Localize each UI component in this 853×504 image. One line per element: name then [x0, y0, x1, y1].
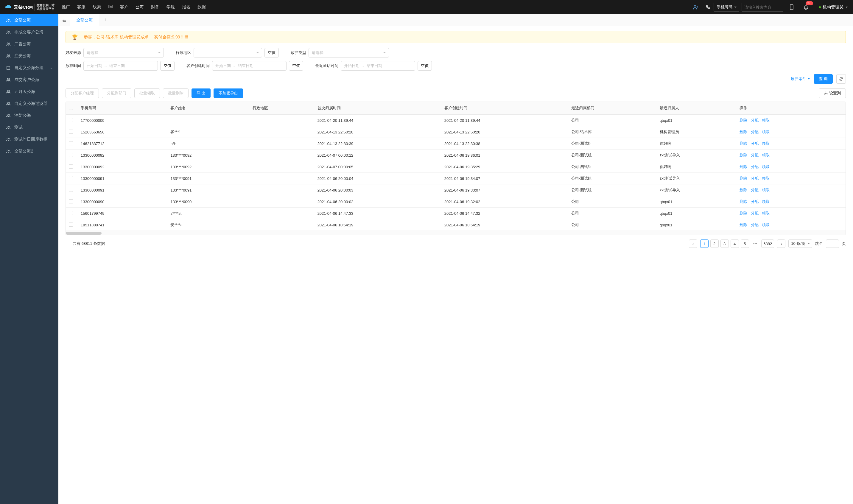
- op-assign[interactable]: 分配: [751, 141, 759, 146]
- op-claim[interactable]: 领取: [762, 118, 769, 122]
- user-menu[interactable]: 机构管理员 ▼: [819, 4, 848, 10]
- assign-dept-button[interactable]: 分配到部门: [102, 88, 131, 98]
- nav-item-公海[interactable]: 公海: [135, 3, 144, 11]
- tabs-collapse-icon[interactable]: [58, 14, 70, 26]
- page-2[interactable]: 2: [710, 239, 719, 248]
- sidebar-item-1[interactable]: 非成交客户公海: [0, 26, 58, 38]
- abandon-time-null-button[interactable]: 空值: [160, 61, 175, 71]
- table-row[interactable]: 14621837712h*h2021-04-13 22:30:392021-04…: [66, 138, 846, 149]
- batch-delete-button[interactable]: 批量删除: [163, 88, 188, 98]
- table-row[interactable]: 15263663656客***12021-04-13 22:50:202021-…: [66, 126, 846, 138]
- row-checkbox[interactable]: [69, 141, 73, 145]
- op-delete[interactable]: 删除: [740, 199, 747, 204]
- op-assign[interactable]: 分配: [751, 211, 759, 215]
- op-claim[interactable]: 领取: [762, 153, 769, 157]
- row-checkbox[interactable]: [69, 222, 73, 227]
- table-row[interactable]: 18511888741安****a2021-04-06 10:54:192021…: [66, 219, 846, 231]
- nav-item-线索[interactable]: 线索: [93, 3, 101, 11]
- filter-region-select[interactable]: [194, 48, 262, 57]
- op-delete[interactable]: 删除: [740, 141, 747, 146]
- refresh-button[interactable]: [836, 74, 846, 84]
- op-delete[interactable]: 删除: [740, 164, 747, 169]
- op-delete[interactable]: 删除: [740, 153, 747, 157]
- page-jump-input[interactable]: [826, 239, 839, 248]
- create-time-range[interactable]: 开始日期~结束日期: [212, 61, 287, 71]
- page-size-select[interactable]: 10 条/页: [788, 239, 812, 248]
- bell-icon[interactable]: 99+: [801, 2, 811, 12]
- page-1[interactable]: 1: [700, 239, 709, 248]
- phone-icon[interactable]: [703, 2, 712, 12]
- op-claim[interactable]: 领取: [762, 141, 769, 146]
- op-claim[interactable]: 领取: [762, 130, 769, 134]
- logo[interactable]: 云朵CRM 教育机构一站式服务云平台: [5, 4, 55, 11]
- last-call-range[interactable]: 开始日期~结束日期: [341, 61, 415, 71]
- nav-item-IM[interactable]: IM: [108, 3, 113, 11]
- sidebar-item-6[interactable]: 五月天公海: [0, 86, 58, 98]
- row-checkbox[interactable]: [69, 153, 73, 157]
- op-delete[interactable]: 删除: [740, 222, 747, 227]
- op-delete[interactable]: 删除: [740, 188, 747, 192]
- page-3[interactable]: 3: [721, 239, 729, 248]
- op-assign[interactable]: 分配: [751, 118, 759, 122]
- nav-item-客户[interactable]: 客户: [120, 3, 128, 11]
- region-null-button[interactable]: 空值: [265, 48, 279, 57]
- row-checkbox[interactable]: [69, 164, 73, 168]
- row-checkbox[interactable]: [69, 176, 73, 180]
- expand-filters-link[interactable]: 展开条件 ▼: [791, 76, 810, 82]
- export-plain-button[interactable]: 不加密导出: [214, 88, 243, 98]
- scrollbar-thumb[interactable]: [66, 232, 102, 235]
- abandon-time-range[interactable]: 开始日期~结束日期: [84, 61, 158, 71]
- table-row[interactable]: 13300000091133****00912021-04-06 20:00:0…: [66, 173, 846, 184]
- nav-item-报名[interactable]: 报名: [182, 3, 190, 11]
- row-checkbox[interactable]: [69, 211, 73, 215]
- table-row[interactable]: 13300000092133****00922021-04-07 00:00:1…: [66, 149, 846, 161]
- op-claim[interactable]: 领取: [762, 176, 769, 181]
- sidebar-item-2[interactable]: 二咨公海: [0, 38, 58, 50]
- mobile-icon[interactable]: [787, 2, 796, 12]
- table-row[interactable]: 13300000091133****00912021-04-06 20:00:0…: [66, 184, 846, 196]
- op-claim[interactable]: 领取: [762, 164, 769, 169]
- nav-item-数据[interactable]: 数据: [198, 3, 206, 11]
- op-assign[interactable]: 分配: [751, 176, 759, 181]
- op-claim[interactable]: 领取: [762, 211, 769, 215]
- add-user-icon[interactable]: [691, 2, 701, 12]
- assign-manager-button[interactable]: 分配客户经理: [66, 88, 99, 98]
- page-prev[interactable]: ‹: [689, 239, 697, 248]
- export-button[interactable]: 导 出: [192, 88, 211, 98]
- sidebar-item-7[interactable]: 自定义公海过滤器: [0, 98, 58, 110]
- query-button[interactable]: 查 询: [814, 74, 833, 84]
- op-assign[interactable]: 分配: [751, 153, 759, 157]
- op-assign[interactable]: 分配: [751, 130, 759, 134]
- filter-source-select[interactable]: 请选择: [84, 48, 164, 57]
- tab-all-public[interactable]: 全部公海: [70, 14, 99, 26]
- nav-item-学服[interactable]: 学服: [166, 3, 175, 11]
- nav-item-客服[interactable]: 客服: [77, 3, 86, 11]
- create-time-null-button[interactable]: 空值: [289, 61, 303, 71]
- sidebar-item-5[interactable]: 成交客户公海: [0, 74, 58, 86]
- table-row[interactable]: 13300000090133****00902021-04-06 20:00:0…: [66, 196, 846, 208]
- op-delete[interactable]: 删除: [740, 176, 747, 181]
- table-row[interactable]: 177000000092021-04-20 11:39:442021-04-20…: [66, 115, 846, 126]
- columns-button[interactable]: 设置列: [819, 88, 846, 98]
- op-claim[interactable]: 领取: [762, 199, 769, 204]
- sidebar-item-8[interactable]: 消防公海: [0, 110, 58, 122]
- filter-abandon-type-select[interactable]: 请选择: [309, 48, 389, 57]
- search-type-select[interactable]: 手机号码: [714, 3, 739, 12]
- op-claim[interactable]: 领取: [762, 222, 769, 227]
- op-delete[interactable]: 删除: [740, 130, 747, 134]
- sidebar-item-0[interactable]: 全部公海: [0, 14, 58, 26]
- nav-item-推广[interactable]: 推广: [62, 3, 70, 11]
- tab-add-button[interactable]: +: [99, 17, 111, 23]
- op-assign[interactable]: 分配: [751, 199, 759, 204]
- page-last[interactable]: 6882: [761, 239, 774, 248]
- sidebar-item-4[interactable]: 自定义公海分组⌄: [0, 62, 58, 74]
- page-5[interactable]: 5: [741, 239, 749, 248]
- page-4[interactable]: 4: [731, 239, 739, 248]
- page-next[interactable]: ›: [777, 239, 785, 248]
- row-checkbox[interactable]: [69, 199, 73, 203]
- table-row[interactable]: 15601799749s****st2021-04-06 14:47:33202…: [66, 208, 846, 219]
- op-delete[interactable]: 删除: [740, 211, 747, 215]
- sidebar-item-3[interactable]: 注安公海: [0, 50, 58, 62]
- row-checkbox[interactable]: [69, 118, 73, 122]
- sidebar-item-11[interactable]: 全部公海2: [0, 145, 58, 157]
